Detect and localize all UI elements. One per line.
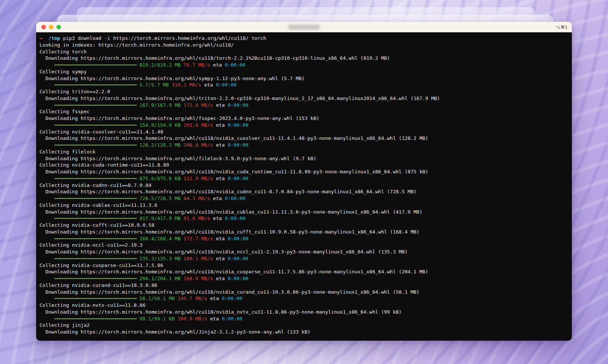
terminal-line: Looking in indexes: https://torch.mirror… <box>40 42 568 49</box>
zoom-button[interactable] <box>56 25 61 29</box>
close-button[interactable] <box>41 25 46 29</box>
terminal-line: ━━━━━━━━━━━━━━━━━━━━━━━━━━━━━━━━ 99.1/99… <box>40 315 568 322</box>
terminal-line: Collecting nvidia-cusparse-cu11==11.7.5.… <box>40 262 568 269</box>
terminal-line: Downloading https://torch.mirrors.homein… <box>40 209 568 215</box>
terminal-line: ━━━━━━━━━━━━━━━━━━━━━━━━━━━━━━━━ 204.1/2… <box>40 275 568 282</box>
terminal-line: Collecting torch <box>40 49 568 55</box>
terminal-line: Downloading https://torch.mirrors.homein… <box>40 168 568 175</box>
terminal-line: Downloading https://torch.mirrors.homein… <box>40 155 568 162</box>
terminal-line: Downloading https://torch.mirrors.homein… <box>40 188 568 195</box>
terminal-line: ━━━━━━━━━━━━━━━━━━━━━━━━━━━━━━━━ 168.4/1… <box>40 235 568 242</box>
terminal-line: Collecting nvidia-curand-cu11==10.3.0.86 <box>40 282 568 289</box>
terminal-line: Downloading https://torch.mirrors.homein… <box>40 309 568 315</box>
terminal-line: Collecting nvidia-cudnn-cu11==8.7.0.84 <box>40 182 568 189</box>
terminal-output[interactable]: → /tmp pip3 download -i https://torch.mi… <box>36 32 572 341</box>
terminal-line: Collecting nvidia-nccl-cu11==2.19.3 <box>40 242 568 249</box>
terminal-line: ━━━━━━━━━━━━━━━━━━━━━━━━━━━━━━━━ 154.0/1… <box>40 122 568 129</box>
traffic-lights <box>36 25 61 29</box>
window-shortcut-label: ⌥⌘1 <box>556 24 568 29</box>
terminal-line: Downloading https://torch.mirrors.homein… <box>40 95 568 102</box>
terminal-line: Downloading https://torch.mirrors.homein… <box>40 329 568 335</box>
minimize-button[interactable] <box>49 25 53 29</box>
terminal-line: ━━━━━━━━━━━━━━━━━━━━━━━━━━━━━━━━ 5.7/5.7… <box>40 82 568 88</box>
terminal-window: ⌥⌘1 → /tmp pip3 download -i https://torc… <box>36 22 572 341</box>
terminal-line: Downloading https://torch.mirrors.homein… <box>40 268 568 275</box>
terminal-line: Collecting nvidia-cublas-cu11==11.11.3.6 <box>40 202 568 209</box>
terminal-line: Downloading https://torch.mirrors.homein… <box>40 75 568 82</box>
terminal-line: ━━━━━━━━━━━━━━━━━━━━━━━━━━━━━━━━ 875.6/8… <box>40 175 568 182</box>
terminal-line: Collecting fsspec <box>40 108 568 115</box>
terminal-line: Collecting jinja2 <box>40 322 568 329</box>
terminal-line: Collecting nvidia-cusolver-cu11==11.4.1.… <box>40 129 568 135</box>
terminal-line: ━━━━━━━━━━━━━━━━━━━━━━━━━━━━━━━━ 417.9/4… <box>40 215 568 222</box>
window-title-redacted <box>288 24 320 29</box>
terminal-line: Downloading https://torch.mirrors.homein… <box>40 289 568 296</box>
terminal-line: Collecting filelock <box>40 149 568 155</box>
terminal-line: Downloading https://torch.mirrors.homein… <box>40 229 568 235</box>
terminal-line: ━━━━━━━━━━━━━━━━━━━━━━━━━━━━━━━━ 128.2/1… <box>40 142 568 149</box>
terminal-line: Downloading https://torch.mirrors.homein… <box>40 249 568 255</box>
terminal-line: Collecting nvidia-cufft-cu11==10.9.0.58 <box>40 222 568 229</box>
terminal-line: Collecting nvidia-nvtx-cu11==11.8.86 <box>40 302 568 309</box>
terminal-line: → /tmp pip3 download -i https://torch.mi… <box>40 35 568 42</box>
terminal-line: Downloading https://torch.mirrors.homein… <box>40 115 568 122</box>
terminal-line: ━━━━━━━━━━━━━━━━━━━━━━━━━━━━━━━━ 819.2/8… <box>40 62 568 68</box>
window-titlebar[interactable]: ⌥⌘1 <box>36 22 572 32</box>
terminal-line: Collecting nvidia-cuda-runtime-cu11==11.… <box>40 162 568 168</box>
terminal-line: Downloading https://torch.mirrors.homein… <box>40 135 568 142</box>
terminal-line: Collecting sympy <box>40 68 568 75</box>
terminal-line: ━━━━━━━━━━━━━━━━━━━━━━━━━━━━━━━━ 728.5/7… <box>40 195 568 202</box>
terminal-line: Downloading https://torch.mirrors.homein… <box>40 55 568 62</box>
terminal-line: ━━━━━━━━━━━━━━━━━━━━━━━━━━━━━━━━ 167.9/1… <box>40 102 568 109</box>
terminal-line: ━━━━━━━━━━━━━━━━━━━━━━━━━━━━━━━━ 135.3/1… <box>40 255 568 262</box>
terminal-line: ━━━━━━━━━━━━━━━━━━━━━━━━━━━━━━━━ 58.1/58… <box>40 295 568 302</box>
terminal-line: Collecting triton==2.2.0 <box>40 88 568 95</box>
